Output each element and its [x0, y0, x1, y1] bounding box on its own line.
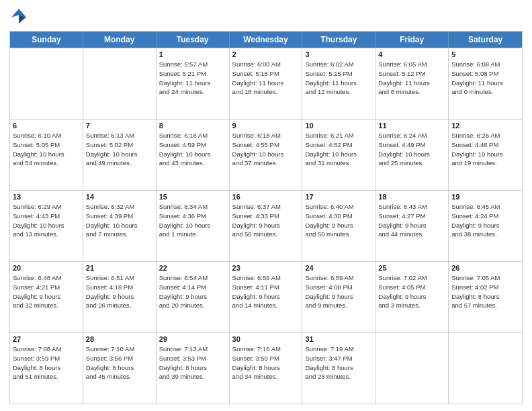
calendar-week-3: 13Sunrise: 6:29 AMSunset: 4:43 PMDayligh… [10, 190, 522, 261]
day-number: 30 [232, 335, 300, 343]
cell-info-line: Sunrise: 6:59 AM [305, 273, 372, 283]
cell-info-line: Daylight: 10 hours [232, 150, 300, 159]
cell-info-line: and 7 minutes. [86, 230, 153, 239]
weekday-header-friday: Friday [375, 32, 449, 48]
day-cell-23: 23Sunrise: 6:56 AMSunset: 4:11 PMDayligh… [230, 262, 303, 332]
cell-info-line: Daylight: 10 hours [86, 150, 153, 159]
cell-info-line: and 24 minutes. [159, 87, 226, 97]
day-number: 18 [378, 193, 445, 201]
weekday-header-saturday: Saturday [449, 32, 522, 48]
day-cell-30: 30Sunrise: 7:16 AMSunset: 3:50 PMDayligh… [230, 333, 303, 404]
cell-info-line: Sunset: 3:47 PM [305, 354, 372, 363]
day-cell-18: 18Sunrise: 6:43 AMSunset: 4:27 PMDayligh… [375, 191, 449, 261]
cell-info-line: Sunset: 4:36 PM [159, 212, 226, 221]
day-cell-empty [10, 48, 83, 119]
cell-info-line: Sunset: 4:24 PM [451, 212, 519, 221]
cell-info-line: Sunrise: 6:56 AM [232, 273, 300, 283]
day-cell-7: 7Sunrise: 6:13 AMSunset: 5:02 PMDaylight… [83, 120, 157, 190]
cell-info-line: Daylight: 8 hours [305, 363, 372, 373]
day-number: 19 [451, 193, 519, 201]
day-number: 22 [159, 264, 226, 272]
day-cell-26: 26Sunrise: 7:05 AMSunset: 4:02 PMDayligh… [449, 262, 522, 332]
cell-info-line: Daylight: 10 hours [159, 221, 226, 230]
day-cell-24: 24Sunrise: 6:59 AMSunset: 4:08 PMDayligh… [302, 262, 375, 332]
cell-info-line: Sunset: 3:59 PM [13, 354, 80, 363]
cell-info-line: Sunrise: 6:13 AM [86, 131, 153, 140]
cell-info-line: Daylight: 9 hours [378, 221, 445, 230]
cell-info-line: Daylight: 11 hours [232, 79, 300, 88]
cell-info-line: and 14 minutes. [232, 301, 300, 310]
day-number: 9 [232, 122, 300, 130]
day-cell-21: 21Sunrise: 6:51 AMSunset: 4:18 PMDayligh… [83, 262, 157, 332]
cell-info-line: Daylight: 9 hours [378, 292, 445, 302]
day-cell-27: 27Sunrise: 7:08 AMSunset: 3:59 PMDayligh… [10, 333, 83, 404]
cell-info-line: Sunset: 5:08 PM [451, 69, 519, 79]
calendar-week-1: 1Sunrise: 5:57 AMSunset: 5:21 PMDaylight… [10, 48, 522, 119]
cell-info-line: Daylight: 9 hours [451, 221, 519, 230]
cell-info-line: Sunrise: 6:48 AM [13, 273, 80, 283]
cell-info-line: and 18 minutes. [232, 87, 300, 97]
day-cell-13: 13Sunrise: 6:29 AMSunset: 4:43 PMDayligh… [10, 191, 83, 261]
day-cell-empty [449, 333, 522, 404]
cell-info-line: Sunrise: 6:24 AM [378, 131, 445, 140]
cell-info-line: and 39 minutes. [159, 372, 226, 381]
cell-info-line: Daylight: 8 hours [451, 292, 519, 302]
day-cell-3: 3Sunrise: 6:02 AMSunset: 5:15 PMDaylight… [302, 48, 375, 119]
cell-info-line: Sunset: 4:52 PM [305, 140, 372, 150]
cell-info-line: and 20 minutes. [159, 301, 226, 310]
day-cell-22: 22Sunrise: 6:54 AMSunset: 4:14 PMDayligh… [157, 262, 230, 332]
cell-info-line: Daylight: 10 hours [86, 221, 153, 230]
cell-info-line: Sunrise: 6:02 AM [305, 60, 372, 69]
day-number: 23 [232, 264, 300, 272]
day-cell-16: 16Sunrise: 6:37 AMSunset: 4:33 PMDayligh… [230, 191, 303, 261]
logo-icon [9, 7, 28, 26]
cell-info-line: and 50 minutes. [305, 230, 372, 239]
day-number: 13 [13, 193, 80, 201]
day-cell-25: 25Sunrise: 7:02 AMSunset: 4:05 PMDayligh… [375, 262, 449, 332]
cell-info-line: Sunset: 4:14 PM [159, 283, 226, 292]
day-cell-9: 9Sunrise: 6:18 AMSunset: 4:55 PMDaylight… [230, 120, 303, 190]
cell-info-line: and 31 minutes. [305, 158, 372, 168]
cell-info-line: Sunrise: 6:21 AM [305, 131, 372, 140]
cell-info-line: Sunset: 4:46 PM [451, 140, 519, 150]
cell-info-line: Sunset: 5:15 PM [305, 69, 372, 79]
day-cell-8: 8Sunrise: 6:16 AMSunset: 4:59 PMDaylight… [157, 120, 230, 190]
cell-info-line: Sunset: 4:30 PM [305, 212, 372, 221]
cell-info-line: Sunset: 3:53 PM [159, 354, 226, 363]
weekday-header-tuesday: Tuesday [157, 32, 230, 48]
cell-info-line: Daylight: 9 hours [13, 292, 80, 302]
day-number: 5 [451, 50, 519, 58]
cell-info-line: Daylight: 11 hours [378, 79, 445, 88]
cell-info-line: and 37 minutes. [232, 158, 300, 168]
day-number: 24 [305, 264, 372, 272]
cell-info-line: Daylight: 8 hours [232, 363, 300, 373]
cell-info-line: Sunrise: 7:05 AM [451, 273, 519, 283]
day-cell-15: 15Sunrise: 6:34 AMSunset: 4:36 PMDayligh… [157, 191, 230, 261]
cell-info-line: and 38 minutes. [451, 230, 519, 239]
cell-info-line: Daylight: 10 hours [159, 150, 226, 159]
cell-info-line: and 57 minutes. [451, 301, 519, 310]
cell-info-line: Sunset: 4:21 PM [13, 283, 80, 292]
cell-info-line: Sunset: 4:02 PM [451, 283, 519, 292]
cell-info-line: Sunrise: 7:16 AM [232, 345, 300, 354]
cell-info-line: and 13 minutes. [13, 230, 80, 239]
cell-info-line: Sunrise: 6:08 AM [451, 60, 519, 69]
cell-info-line: Daylight: 9 hours [305, 292, 372, 302]
cell-info-line: Sunrise: 6:18 AM [232, 131, 300, 140]
cell-info-line: Daylight: 9 hours [232, 292, 300, 302]
day-cell-10: 10Sunrise: 6:21 AMSunset: 4:52 PMDayligh… [302, 120, 375, 190]
calendar-header: SundayMondayTuesdayWednesdayThursdayFrid… [10, 32, 522, 48]
cell-info-line: Sunset: 5:18 PM [232, 69, 300, 79]
cell-info-line: Sunrise: 6:10 AM [13, 131, 80, 140]
day-number: 20 [13, 264, 80, 272]
cell-info-line: Daylight: 9 hours [86, 292, 153, 302]
day-number: 6 [13, 122, 80, 130]
day-cell-2: 2Sunrise: 6:00 AMSunset: 5:18 PMDaylight… [230, 48, 303, 119]
header [9, 7, 523, 26]
day-number: 27 [13, 335, 80, 343]
cell-info-line: and 44 minutes. [378, 230, 445, 239]
cell-info-line: and 6 minutes. [378, 87, 445, 97]
cell-info-line: and 26 minutes. [86, 301, 153, 310]
calendar: SundayMondayTuesdayWednesdayThursdayFrid… [9, 31, 523, 404]
day-number: 16 [232, 193, 300, 201]
